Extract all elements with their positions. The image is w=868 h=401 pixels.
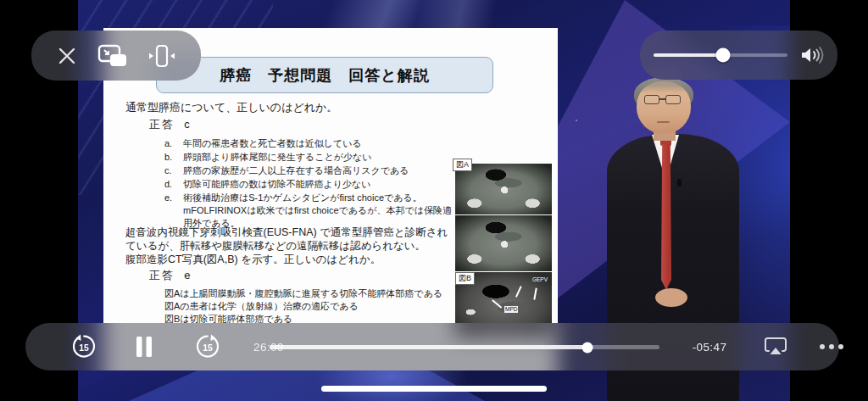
question2-answer: 正答 e [149, 268, 192, 283]
q1-option-d: d. 切除可能膵癌の数は切除不能膵癌より少ない [164, 178, 371, 191]
pause-icon [135, 336, 153, 358]
speaker-icon [799, 45, 825, 65]
remaining-time: -05:47 [676, 323, 743, 370]
figure-b-label: 図B [455, 272, 475, 285]
top-left-controls [31, 31, 201, 81]
question2-line2: ているが、肝転移や腹膜転移などの遠隔転移は認められない。 [125, 239, 426, 253]
volume-controls [640, 31, 837, 80]
presenter-mouth [657, 121, 670, 123]
ellipsis-icon [820, 344, 843, 349]
close-icon [56, 45, 78, 67]
more-options-button[interactable] [815, 323, 848, 370]
pip-icon [97, 44, 128, 68]
presenter-tie [661, 144, 671, 290]
ct-image-a2 [455, 215, 552, 271]
progress-bar[interactable] [270, 345, 659, 349]
presenter-hands [655, 288, 687, 307]
skip-back-15-button[interactable]: 15 [70, 323, 98, 370]
airplay-button[interactable] [761, 323, 790, 370]
ct-annotation-mpd: MPD [504, 306, 518, 313]
progress-knob[interactable] [581, 342, 593, 353]
progress-fill [270, 345, 587, 349]
q1-option-a: a. 年間の罹患者数と死亡者数は近似している [164, 137, 362, 150]
q1-option-e: e. 術後補助治療はS-1かゲムシタビンがfirst choiceである。 mF… [164, 192, 452, 230]
svg-text:15: 15 [79, 343, 89, 353]
question1-answer: 正答 c [149, 117, 192, 132]
ct-arrow-3 [492, 299, 503, 308]
close-button[interactable] [56, 45, 78, 67]
playback-controls: 15 15 26:09 -05:47 [25, 323, 839, 370]
q2-option-2: 図Aの患者は化学（放射線）治療の適応である [164, 300, 359, 313]
skip-forward-15-icon: 15 [195, 334, 220, 359]
q1-option-c: c. 膵癌の家族歴が二人以上存在する場合高リスクである [164, 164, 409, 177]
lapel-microphone [677, 179, 682, 187]
presenter-face [637, 81, 691, 134]
svg-text:15: 15 [203, 343, 213, 353]
home-indicator[interactable] [321, 386, 547, 392]
question2-line1: 超音波内視鏡下穿刺吸引検査(EUS-FNA) で通常型膵管癌と診断され [125, 226, 448, 240]
pause-button[interactable] [132, 323, 156, 370]
q1-option-b: b. 膵頭部より膵体尾部に発生することが少ない [164, 151, 372, 164]
slide-title: 膵癌 予想問題 回答と解説 [156, 57, 493, 93]
rotate-orientation-button[interactable] [147, 43, 176, 69]
pip-button[interactable] [97, 44, 128, 68]
video-player-screen: 膵癌 予想問題 回答と解説 通常型膵癌について、正しいのはどれか。 正答 c a… [0, 0, 868, 401]
q2-option-1: 図Aは上腸間膜動脈・腹腔動脈に進展する切除不能膵体部癌である [164, 287, 442, 300]
skip-forward-15-button[interactable]: 15 [193, 323, 222, 370]
ct-annotation-gepv: GEPV [532, 276, 548, 283]
question2-line3: 腹部造影CT写真(図A,B) を示す。正しいのはどれか。 [125, 253, 381, 267]
rotate-orientation-icon [147, 43, 176, 69]
question1-prompt: 通常型膵癌について、正しいのはどれか。 [125, 100, 337, 115]
ct-arrow-2 [534, 288, 537, 300]
volume-fill [654, 53, 723, 57]
ct-image-a1 [455, 164, 552, 214]
presenter-glasses [643, 95, 685, 105]
figure-a-label: 図A [453, 159, 472, 171]
ct-arrow-1 [515, 286, 521, 297]
volume-slider[interactable] [654, 53, 787, 57]
skip-back-15-icon: 15 [71, 334, 97, 359]
volume-knob[interactable] [716, 48, 731, 63]
airplay-icon [764, 337, 787, 357]
